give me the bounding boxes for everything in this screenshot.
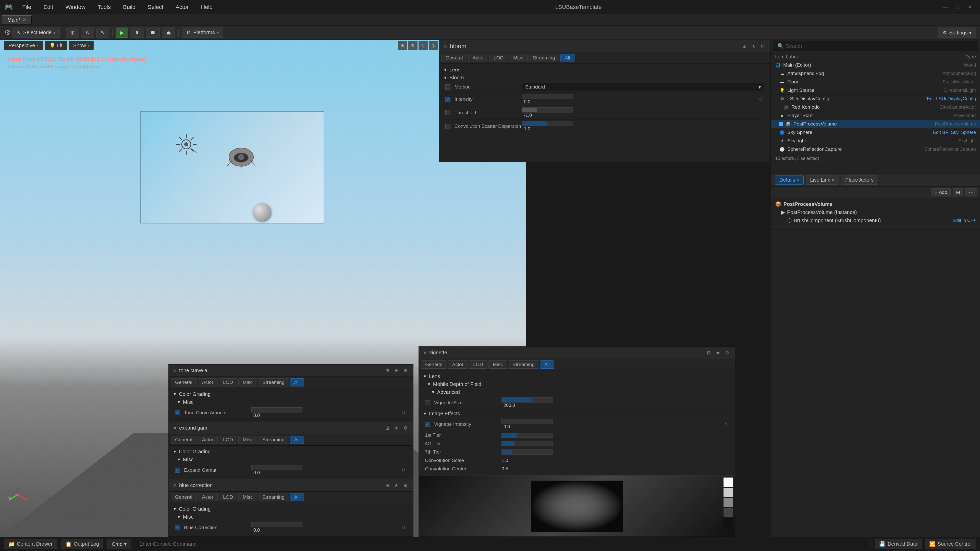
cmd-dropdown-button[interactable]: Cmd ▾ — [107, 539, 131, 549]
expand-gam-settings-icon[interactable]: ⚙ — [402, 424, 409, 432]
tone-curve-close-button[interactable]: ✕ — [173, 368, 177, 374]
vignette-image-effects-header[interactable]: ▼ Image Effects — [423, 410, 731, 418]
outliner-row-light[interactable]: 💡 Light Source DirectionalLight — [771, 86, 980, 95]
tone-curve-settings-icon[interactable]: ⚙ — [402, 367, 409, 374]
menu-actor[interactable]: Actor — [172, 3, 192, 11]
bloom-tab-streaming[interactable]: Streaming — [528, 54, 559, 62]
vc-translate-btn[interactable]: ⊕ — [398, 41, 407, 50]
rotate-btn[interactable]: ↻ — [81, 27, 94, 38]
outliner-row-main[interactable]: 🌐 Main (Editor) World — [771, 61, 980, 69]
vignette-tab-general[interactable]: General — [421, 360, 447, 368]
vignette-sub-progress-1[interactable] — [501, 441, 552, 446]
blue-tab-actor[interactable]: Actor — [198, 493, 218, 501]
outliner-row-komodo[interactable]: 🎥 Red Komodo CineCameraActor — [771, 103, 980, 111]
vc-rotate-btn[interactable]: ⊗ — [408, 41, 417, 50]
console-input[interactable] — [135, 539, 871, 549]
tab-main[interactable]: Main* ✕ — [2, 15, 32, 24]
outliner-row-sphere[interactable]: ⚪ SphereReflectionCapture SphereReflecti… — [771, 145, 980, 154]
pause-button[interactable]: ⏸ — [130, 27, 144, 38]
vignette-tab-all[interactable]: All — [540, 360, 554, 368]
details-tab-close[interactable]: ✕ — [796, 178, 799, 183]
expand-gam-close-button[interactable]: ✕ — [173, 425, 177, 431]
tone-tab-general[interactable]: General — [171, 378, 197, 386]
bloom-bloom-header[interactable]: ▼ Bloom — [443, 74, 767, 82]
expand-tab-general[interactable]: General — [171, 436, 197, 444]
expand-misc-header[interactable]: ▼ Misc — [173, 456, 409, 464]
blue-tab-streaming[interactable]: Streaming — [258, 493, 289, 501]
bloom-convolution-check[interactable] — [445, 124, 450, 129]
vignette-tab-misc[interactable]: Misc — [488, 360, 507, 368]
details-tab-livelink[interactable]: Live Link ✕ — [806, 176, 839, 185]
tab-main-close[interactable]: ✕ — [22, 17, 26, 23]
tone-amount-check[interactable]: ✓ — [175, 410, 180, 415]
blue-correction-settings-icon[interactable]: ⚙ — [402, 482, 409, 489]
vignette-tab-streaming[interactable]: Streaming — [508, 360, 539, 368]
derived-data-button[interactable]: 💾 Derived Data — [875, 539, 922, 549]
vignette-settings-icon[interactable]: ⚙ — [724, 349, 731, 356]
menu-window[interactable]: Window — [62, 3, 88, 11]
bloom-panel-grid-icon[interactable]: ⊞ — [741, 43, 748, 50]
tone-tab-lod[interactable]: LOD — [219, 378, 237, 386]
expand-gam-star-icon[interactable]: ★ — [393, 424, 400, 432]
livelink-tab-close[interactable]: ✕ — [831, 178, 835, 183]
bloom-method-dropdown[interactable]: Standard ▾ — [522, 83, 764, 91]
content-drawer-button[interactable]: 📁 Content Drawer — [4, 539, 57, 549]
bloom-threshold-progress[interactable] — [522, 107, 573, 113]
bloom-convolution-progress[interactable] — [522, 121, 573, 126]
details-tab-details[interactable]: Details ✕ — [775, 176, 803, 185]
vc-scale-btn[interactable]: ⤡ — [418, 41, 428, 50]
vc-local-btn[interactable]: ◎ — [429, 41, 438, 50]
details-edit-link[interactable]: Edit in C++ — [953, 218, 976, 223]
blue-correction-grid-icon[interactable]: ⊞ — [383, 482, 391, 489]
vignette-intensity-check[interactable]: ✓ — [425, 422, 430, 427]
stop-button[interactable]: ⏹ — [146, 27, 160, 38]
expand-tab-streaming[interactable]: Streaming — [258, 436, 289, 444]
vignette-lens-header[interactable]: ▼ Lens — [423, 372, 731, 380]
bloom-lens-header[interactable]: ▼ Lens — [443, 66, 767, 74]
blue-correction-star-icon[interactable]: ★ — [393, 482, 400, 489]
blue-misc-header[interactable]: ▼ Misc — [173, 513, 409, 521]
blue-correction-progress[interactable] — [251, 522, 302, 527]
expand-tab-lod[interactable]: LOD — [219, 436, 237, 444]
expand-color-grading-header[interactable]: ▼ Color Grading — [173, 448, 409, 456]
details-tab-placeactors[interactable]: Place Actors — [841, 176, 878, 185]
vignette-tab-lod[interactable]: LOD — [469, 360, 487, 368]
bloom-panel-settings-icon[interactable]: ⚙ — [759, 43, 767, 50]
blue-tab-misc[interactable]: Misc — [239, 493, 257, 501]
source-control-button[interactable]: 🔀 Source Control — [925, 539, 976, 549]
select-mode-button[interactable]: ↖ Select Mode ▾ — [13, 27, 60, 38]
tone-tab-all[interactable]: All — [290, 378, 304, 386]
blue-correction-close-button[interactable]: ✕ — [173, 483, 177, 489]
expand-gamut-reset-button[interactable]: ↺ — [400, 467, 407, 474]
bloom-intensity-check[interactable]: ✓ — [445, 97, 450, 102]
vignette-size-progress[interactable] — [501, 397, 552, 403]
bloom-tab-actor[interactable]: Actor — [468, 54, 488, 62]
outliner-row-ppvolume[interactable]: 📦 PostProcessVolume PostProcessVolume — [771, 120, 980, 128]
menu-tools[interactable]: Tools — [95, 3, 114, 11]
tone-tab-streaming[interactable]: Streaming — [258, 378, 289, 386]
outliner-row-lsun[interactable]: ⚙ LSUnDisplayConfig Edit LSUnDisplayConf… — [771, 95, 980, 103]
platforms-button[interactable]: 🖥 Platforms ▾ — [182, 27, 223, 38]
outliner-row-skylight[interactable]: ☀ SkyLight SkyLight — [771, 137, 980, 145]
details-more-button[interactable]: ⋯ — [966, 188, 977, 197]
menu-edit[interactable]: Edit — [40, 3, 56, 11]
bloom-panel-close[interactable]: ✕ — [443, 43, 448, 49]
vignette-grid-icon[interactable]: ⊞ — [705, 349, 712, 356]
play-button[interactable]: ▶ — [116, 27, 128, 38]
expand-gamut-check[interactable]: ✓ — [175, 468, 180, 473]
settings-button[interactable]: ⚙ Settings ▾ — [938, 27, 976, 38]
close-button[interactable]: ✕ — [966, 3, 974, 11]
bloom-intensity-reset-button[interactable]: ↺ — [757, 96, 764, 103]
bloom-tab-misc[interactable]: Misc — [509, 54, 528, 62]
vignette-tab-actor[interactable]: Actor — [448, 360, 468, 368]
lit-button[interactable]: 💡 Lit — [45, 41, 67, 50]
tone-amount-reset-button[interactable]: ↺ — [400, 409, 407, 416]
scale-btn[interactable]: ⤡ — [96, 27, 109, 38]
vignette-advanced-header[interactable]: ▼ Advanced — [423, 388, 731, 396]
tone-tab-actor[interactable]: Actor — [198, 378, 218, 386]
bloom-tab-all[interactable]: All — [560, 54, 574, 62]
expand-gamut-progress[interactable] — [251, 465, 302, 470]
tone-color-grading-header[interactable]: ▼ Color Grading — [173, 390, 409, 398]
bloom-tab-lod[interactable]: LOD — [489, 54, 508, 62]
vignette-star-icon[interactable]: ★ — [714, 349, 721, 356]
